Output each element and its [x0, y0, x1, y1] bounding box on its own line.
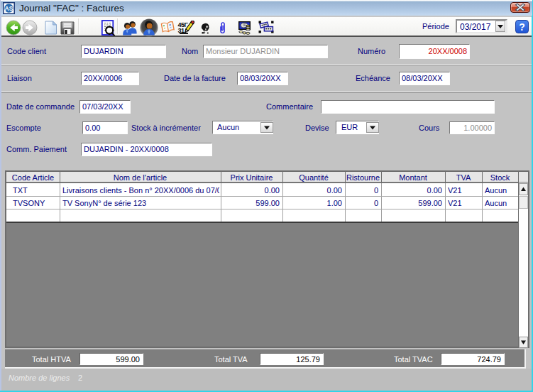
svg-text:AS: AS [5, 5, 13, 12]
svg-text:31: 31 [178, 27, 185, 34]
